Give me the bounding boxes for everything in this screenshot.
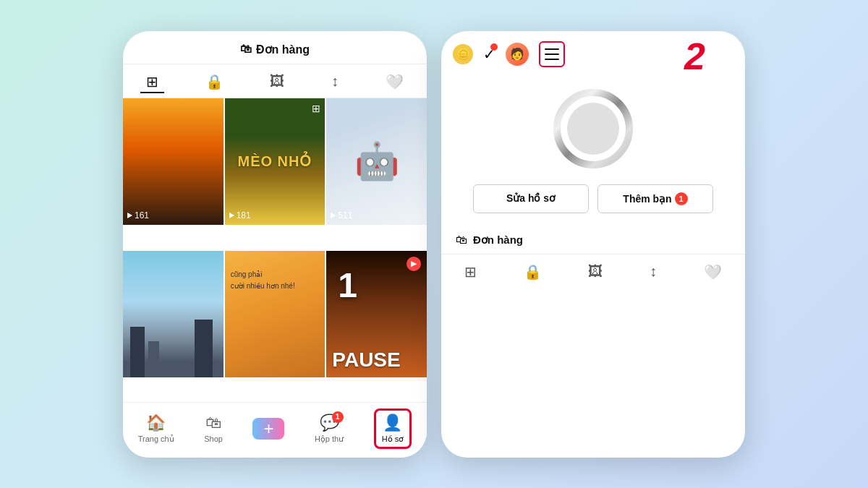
shop-icon: 🛍 xyxy=(205,414,221,432)
main-container: 🛍 Đơn hàng ⊞ 🔒 🖼 ↕ 🤍 161 M xyxy=(123,31,745,458)
order-section: 🛍 Đơn hàng xyxy=(441,222,745,254)
top-tab-bar: ⊞ 🔒 🖼 ↕ 🤍 xyxy=(123,64,427,98)
edit-profile-button[interactable]: Sửa hồ sơ xyxy=(473,184,589,213)
cell5-text: cũng phảicười nhiều hơn nhé! xyxy=(231,269,295,292)
hamburger-line-2 xyxy=(545,53,559,55)
meo-nho-text: MÈO NHỎ xyxy=(237,153,312,170)
step-number: 2 xyxy=(684,35,705,78)
pause-text: PAUSE xyxy=(332,348,400,372)
plus-button[interactable]: + xyxy=(252,418,284,440)
video-cell-2[interactable]: MÈO NHỎ ⊞ 181 xyxy=(225,98,326,225)
video-cell-4[interactable] xyxy=(123,251,224,377)
order-label: Đơn hàng xyxy=(473,234,523,247)
header-title: 🛍 Đơn hàng xyxy=(240,43,310,56)
cell3-overlay: 🤖 xyxy=(326,98,427,225)
view-count-1: 161 xyxy=(127,210,149,221)
avatar-ring-svg xyxy=(553,89,633,168)
add-friend-button[interactable]: Thêm bạn 1 xyxy=(597,184,713,213)
play-icon-1 xyxy=(127,213,132,218)
nav-profile[interactable]: 👤 Hồ sơ xyxy=(374,408,412,449)
shop-label: Shop xyxy=(204,435,223,443)
bottom-tab-bar-right: ⊞ 🔒 🖼 ↕ 🤍 xyxy=(441,254,745,286)
home-icon: 🏠 xyxy=(146,414,166,432)
inbox-label: Hộp thư xyxy=(315,435,344,444)
notification-dot xyxy=(490,43,498,51)
header-avatar[interactable]: 🧑 xyxy=(506,43,529,66)
right-header-icons: 🪙 ✓ 🧑 xyxy=(453,41,565,67)
video-cell-6[interactable]: 1 PAUSE ▶ xyxy=(326,251,427,377)
multiple-icon-2: ⊞ xyxy=(312,103,320,114)
video-grid: 161 MÈO NHỎ ⊞ 181 🤖 xyxy=(123,98,427,402)
inbox-badge: 1 xyxy=(332,411,344,423)
profile-icon: 👤 xyxy=(383,414,402,432)
video-cell-1[interactable]: 161 xyxy=(123,98,224,225)
play-icon-2 xyxy=(229,213,234,218)
robot-icon: 🤖 xyxy=(354,140,399,182)
left-header: 🛍 Đơn hàng xyxy=(123,31,427,64)
hamburger-line-1 xyxy=(545,48,559,50)
view-count-2: 181 xyxy=(229,210,251,221)
cell2-overlay: MÈO NHỎ xyxy=(225,98,326,225)
view-count-3: 511 xyxy=(331,210,352,221)
nav-home[interactable]: 🏠 Trang chủ xyxy=(138,414,174,444)
tab-repost-icon[interactable]: ↕ xyxy=(326,72,344,93)
nav-inbox[interactable]: 💬 1 Hộp thư xyxy=(315,414,344,444)
btab-grid-icon[interactable]: ⊞ xyxy=(459,260,482,283)
video-cell-3[interactable]: 🤖 511 xyxy=(326,98,427,225)
live-icon: ▶ xyxy=(411,260,417,267)
bottom-nav: 🏠 Trang chủ 🛍 Shop + 💬 1 Hộp thư 👤 Hồ sơ xyxy=(123,402,427,458)
notification-wrap: ✓ xyxy=(483,46,495,63)
profile-label: Hồ sơ xyxy=(382,435,404,444)
hamburger-button[interactable] xyxy=(539,41,565,67)
nav-shop[interactable]: 🛍 Shop xyxy=(204,414,223,443)
order-bag-icon: 🛍 xyxy=(456,234,467,247)
bag-icon: 🛍 xyxy=(240,43,252,56)
hamburger-line-3 xyxy=(545,59,559,60)
friend-request-badge: 1 xyxy=(675,192,688,205)
video-cell-5[interactable]: cũng phảicười nhiều hơn nhé! xyxy=(225,251,326,377)
play-icon-3 xyxy=(331,213,336,218)
profile-avatar-area xyxy=(441,74,745,176)
tab-lock-icon[interactable]: 🔒 xyxy=(200,72,229,93)
svg-point-1 xyxy=(567,103,619,155)
home-label: Trang chủ xyxy=(138,435,174,444)
btab-heart-icon[interactable]: 🤍 xyxy=(698,260,728,283)
btab-photo-icon[interactable]: 🖼 xyxy=(582,260,608,283)
btab-repost-icon[interactable]: ↕ xyxy=(644,260,663,283)
tab-photo-icon[interactable]: 🖼 xyxy=(264,72,290,93)
nav-create[interactable]: + xyxy=(252,418,284,440)
tab-grid-icon[interactable]: ⊞ xyxy=(140,72,164,93)
profile-action-buttons: Sửa hồ sơ Thêm bạn 1 xyxy=(441,176,745,222)
right-phone: 🪙 ✓ 🧑 2 xyxy=(441,31,745,458)
btab-lock-icon[interactable]: 🔒 xyxy=(518,260,548,283)
header-title-text: Đơn hàng xyxy=(256,43,310,56)
tab-heart-icon[interactable]: 🤍 xyxy=(380,72,409,93)
right-header: 🪙 ✓ 🧑 2 xyxy=(441,31,745,74)
add-friend-label: Thêm bạn xyxy=(623,193,671,205)
left-phone: 🛍 Đơn hàng ⊞ 🔒 🖼 ↕ 🤍 161 M xyxy=(123,31,427,458)
profile-avatar-wrapper xyxy=(553,89,633,168)
coin-icon: 🪙 xyxy=(453,44,473,64)
